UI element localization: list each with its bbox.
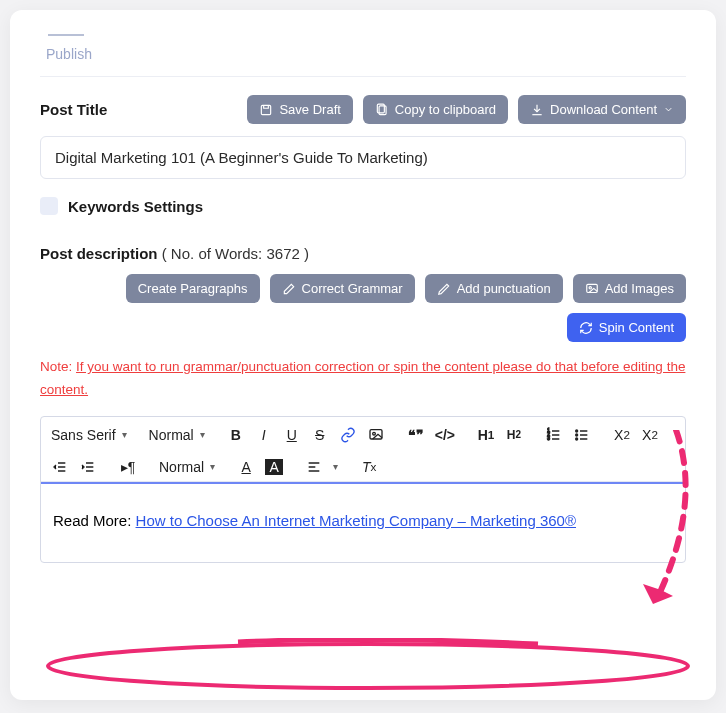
- unordered-list-icon: [574, 427, 590, 443]
- svg-point-6: [372, 432, 375, 435]
- heading1-button[interactable]: H1: [477, 427, 495, 443]
- word-count-suffix: ): [300, 245, 309, 262]
- keywords-settings-row: Keywords Settings: [40, 197, 686, 215]
- download-content-label: Download Content: [550, 102, 657, 117]
- font-size-select[interactable]: Normal▾: [149, 427, 205, 443]
- keywords-checkbox[interactable]: [40, 197, 58, 215]
- clipboard-icon: [375, 103, 389, 117]
- read-more-link[interactable]: How to Choose An Internet Marketing Comp…: [136, 512, 576, 529]
- post-title-label: Post Title: [40, 101, 107, 118]
- font-family-label: Sans Serif: [51, 427, 116, 443]
- font-size-label: Normal: [149, 427, 194, 443]
- svg-rect-5: [370, 430, 382, 439]
- caret-icon: ▾: [122, 429, 127, 440]
- indent-icon: [80, 459, 96, 475]
- ordered-list-button[interactable]: 123: [545, 427, 563, 443]
- outdent-button[interactable]: [51, 459, 69, 475]
- save-draft-label: Save Draft: [279, 102, 340, 117]
- post-description-label: Post description: [40, 245, 158, 262]
- bold-button[interactable]: B: [227, 427, 245, 443]
- chevron-down-icon: [663, 104, 674, 115]
- svg-point-4: [589, 286, 591, 288]
- code-block-button[interactable]: </>: [435, 427, 455, 443]
- copy-clipboard-label: Copy to clipboard: [395, 102, 496, 117]
- image-icon: [368, 427, 384, 443]
- word-count-prefix: ( No. of Words:: [162, 245, 267, 262]
- heading-select-label: Normal: [159, 459, 204, 475]
- insert-image-button[interactable]: [367, 427, 385, 443]
- refresh-icon: [579, 321, 593, 335]
- heading-select[interactable]: Normal▾: [159, 459, 215, 475]
- add-punctuation-button[interactable]: Add punctuation: [425, 274, 563, 303]
- svg-point-13: [48, 644, 688, 688]
- add-images-label: Add Images: [605, 281, 674, 296]
- blockquote-button[interactable]: ❝❞: [407, 427, 425, 443]
- keywords-settings-label: Keywords Settings: [68, 198, 203, 215]
- spin-content-button[interactable]: Spin Content: [567, 313, 686, 342]
- title-row: Post Title Save Draft Copy to clipboard …: [40, 95, 686, 124]
- add-punctuation-label: Add punctuation: [457, 281, 551, 296]
- read-more-label: Read More:: [53, 512, 136, 529]
- clear-format-button[interactable]: Tx: [360, 459, 378, 475]
- svg-text:3: 3: [547, 436, 550, 441]
- post-title-input[interactable]: [40, 136, 686, 179]
- indent-button[interactable]: [79, 459, 97, 475]
- word-count: 3672: [266, 245, 299, 262]
- save-draft-button[interactable]: Save Draft: [247, 95, 352, 124]
- editor-card: Publish Post Title Save Draft Copy to cl…: [10, 10, 716, 700]
- correct-grammar-button[interactable]: Correct Grammar: [270, 274, 415, 303]
- link-button[interactable]: [339, 427, 357, 443]
- underline-button[interactable]: U: [283, 427, 301, 443]
- caret-icon: ▾: [210, 461, 215, 472]
- download-content-button[interactable]: Download Content: [518, 95, 686, 124]
- svg-point-11: [576, 434, 578, 436]
- subscript-button[interactable]: X2: [613, 427, 631, 443]
- save-icon: [259, 103, 273, 117]
- image-icon: [585, 282, 599, 296]
- tab-indicator: [48, 34, 84, 36]
- editor-content[interactable]: Read More: How to Choose An Internet Mar…: [41, 482, 685, 562]
- unordered-list-button[interactable]: [573, 427, 591, 443]
- rich-text-editor: Sans Serif▾ Normal▾ B I U S ❝❞ </> H1: [40, 416, 686, 563]
- link-icon: [340, 427, 356, 443]
- heading2-button[interactable]: H2: [505, 428, 523, 442]
- italic-button[interactable]: I: [255, 427, 273, 443]
- svg-point-10: [576, 430, 578, 432]
- caret-icon: ▾: [200, 429, 205, 440]
- editor-toolbar: Sans Serif▾ Normal▾ B I U S ❝❞ </> H1: [41, 417, 685, 482]
- tab-publish[interactable]: Publish: [46, 46, 686, 62]
- ordered-list-icon: 123: [546, 427, 562, 443]
- superscript-button[interactable]: X2: [641, 427, 659, 443]
- font-family-select[interactable]: Sans Serif▾: [51, 427, 127, 443]
- svg-rect-0: [262, 105, 271, 114]
- note-body: If you want to run grammar/punctuation c…: [40, 359, 685, 397]
- edit-icon: [282, 282, 296, 296]
- create-paragraphs-label: Create Paragraphs: [138, 281, 248, 296]
- add-images-button[interactable]: Add Images: [573, 274, 686, 303]
- download-icon: [530, 103, 544, 117]
- strike-button[interactable]: S: [311, 427, 329, 443]
- pencil-icon: [437, 282, 451, 296]
- correct-grammar-label: Correct Grammar: [302, 281, 403, 296]
- background-color-button[interactable]: A: [265, 459, 283, 475]
- svg-point-12: [576, 438, 578, 440]
- description-actions: Create Paragraphs Correct Grammar Add pu…: [40, 274, 686, 303]
- spin-content-label: Spin Content: [599, 320, 674, 335]
- copy-clipboard-button[interactable]: Copy to clipboard: [363, 95, 508, 124]
- text-color-button[interactable]: A: [237, 459, 255, 475]
- svg-rect-3: [586, 284, 597, 292]
- annotation-ellipse: [38, 638, 698, 694]
- align-button[interactable]: [305, 459, 323, 475]
- caret-icon: ▾: [333, 461, 338, 472]
- note-prefix: Note:: [40, 359, 76, 374]
- outdent-icon: [52, 459, 68, 475]
- post-description-row: Post description ( No. of Words: 3672 ): [40, 245, 686, 262]
- divider: [40, 76, 686, 77]
- align-icon: [306, 459, 322, 475]
- text-direction-button[interactable]: ▸¶: [119, 459, 137, 475]
- create-paragraphs-button[interactable]: Create Paragraphs: [126, 274, 260, 303]
- warning-note: Note: If you want to run grammar/punctua…: [40, 356, 686, 402]
